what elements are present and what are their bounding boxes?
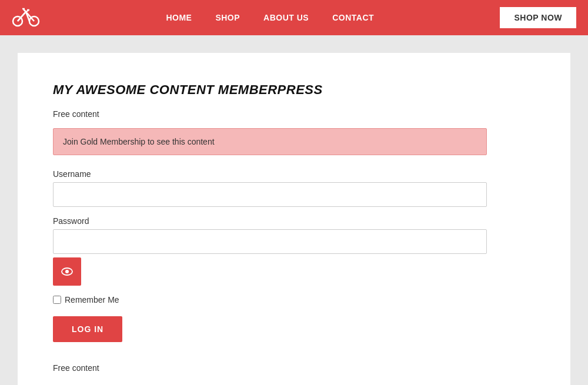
eye-icon — [61, 267, 73, 276]
logo-icon — [12, 6, 40, 29]
main-nav: HOME SHOP ABOUT US CONTACT — [166, 13, 374, 22]
page-content: MY AWESOME CONTENT MEMBERPRESS Free cont… — [0, 35, 588, 385]
shop-now-button[interactable]: SHOP NOW — [500, 7, 576, 28]
username-label: Username — [53, 169, 535, 179]
nav-about[interactable]: ABOUT US — [263, 13, 309, 22]
nav-contact[interactable]: CONTACT — [332, 13, 374, 22]
password-input[interactable] — [53, 229, 487, 254]
username-group: Username — [53, 169, 535, 207]
free-content-top-label: Free content — [53, 109, 535, 119]
username-input[interactable] — [53, 182, 487, 207]
login-button[interactable]: LOG IN — [53, 316, 122, 342]
membership-notice: Join Gold Membership to see this content — [53, 128, 487, 155]
password-group: Password — [53, 216, 535, 286]
svg-line-6 — [24, 9, 26, 12]
remember-me-group: Remember Me — [53, 295, 535, 304]
remember-me-checkbox[interactable] — [53, 296, 61, 304]
site-header: HOME SHOP ABOUT US CONTACT SHOP NOW — [0, 0, 588, 35]
password-label: Password — [53, 216, 535, 226]
remember-me-label: Remember Me — [65, 295, 119, 304]
page-title: MY AWESOME CONTENT MEMBERPRESS — [53, 82, 535, 98]
password-toggle-button[interactable] — [53, 257, 81, 286]
svg-line-8 — [26, 11, 28, 12]
content-card: MY AWESOME CONTENT MEMBERPRESS Free cont… — [18, 53, 570, 385]
logo-area — [12, 6, 40, 29]
free-content-bottom-label: Free content — [53, 363, 535, 373]
nav-shop[interactable]: SHOP — [215, 13, 240, 22]
svg-point-11 — [65, 270, 69, 273]
nav-home[interactable]: HOME — [166, 13, 192, 22]
